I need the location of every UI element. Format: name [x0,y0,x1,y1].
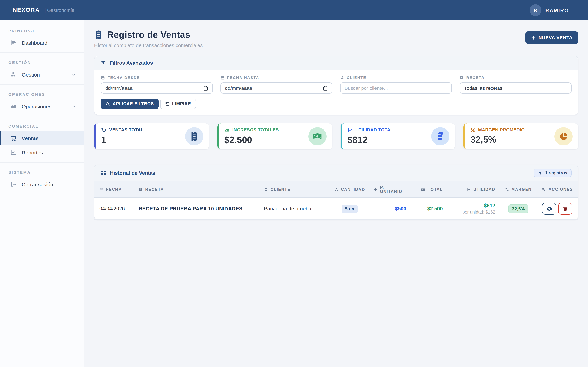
stat-label: INGRESOS TOTALES [232,128,279,133]
calendar-icon [221,75,225,80]
sidebar-item-gestion[interactable]: Gestión [0,67,84,82]
filters-title: Filtros Avanzados [110,60,153,66]
brand-name: NEXORA [13,7,40,14]
sales-table: FECHA RECETA CLIENTE CANTIDAD P. [95,181,578,219]
sidebar-section-principal: PRINCIPAL [0,24,84,36]
view-button[interactable] [542,203,556,215]
fecha-hasta-label: FECHA HASTA [227,75,259,80]
clear-filters-label: LIMPIAR [172,101,191,106]
stat-value: 32,5% [471,134,525,145]
pie-chart-icon [554,127,573,145]
chart-line-icon [10,149,17,156]
caret-down-icon [573,8,578,13]
search-icon [105,101,110,106]
user-icon [264,187,268,192]
avatar[interactable]: R [529,4,541,16]
col-receta[interactable]: RECETA [134,181,259,198]
filter-fecha-desde: FECHA DESDE dd/mm/aaaa [101,75,213,94]
sidebar-item-cerrar-sesion[interactable]: Cerrar sesión [0,177,84,191]
new-sale-button[interactable]: NUEVA VENTA [525,32,578,44]
sidebar-divider [0,162,84,163]
cell-cliente: Panaderia de prueba [259,198,331,219]
funnel-icon [101,60,106,66]
page-title: Registro de Ventas [107,29,190,40]
receipt-icon [185,127,203,145]
col-margen[interactable]: MARGEN [500,181,536,198]
calendar-icon [99,187,104,192]
col-p-unitario[interactable]: P. UNITARIO [369,181,411,198]
user-name: RAMIRO [545,7,569,13]
cell-total: $2.500 [411,198,448,219]
receta-label: RECETA [466,75,484,80]
cell-utilidad: $812 por unidad: $162 [448,198,500,219]
receta-select[interactable]: Todas las recetas [460,83,572,94]
book-icon [460,75,464,80]
records-count-badge[interactable]: 1 registros [534,169,571,177]
sidebar-divider [0,116,84,117]
boxes-icon [334,187,338,192]
col-utilidad[interactable]: UTILIDAD [448,181,500,198]
factory-icon [10,103,17,109]
table-header-bar: Historial de Ventas 1 registros [95,165,578,181]
sidebar-item-label: Operaciones [22,103,52,109]
sign-out-icon [10,181,17,187]
sidebar: PRINCIPAL Dashboard GESTIÓN Gestión OPER… [0,20,84,367]
filters-panel: Filtros Avanzados FECHA DESDE dd/mm/aaaa [94,56,578,115]
date-picker-icon[interactable] [322,85,328,91]
sidebar-divider [0,52,84,53]
cliente-search-input[interactable] [340,83,452,94]
cubes-icon [10,71,17,78]
stat-margen-promedio: MARGEN PROMEDIO 32,5% [464,123,578,149]
cell-receta: RECETA DE PRUEBA PARA 10 UNIDADES [134,198,259,219]
sidebar-item-label: Ventas [22,135,39,141]
col-acciones[interactable]: ACCIONES [536,181,578,198]
sidebar-divider [0,84,84,84]
fecha-desde-input[interactable]: dd/mm/aaaa [101,83,213,94]
sidebar-item-operaciones[interactable]: Operaciones [0,99,84,113]
fecha-hasta-input[interactable]: dd/mm/aaaa [221,83,332,94]
apply-filters-button[interactable]: APLICAR FILTROS [101,99,158,109]
stat-ingresos-totales: INGRESOS TOTALES $2.500 [217,123,332,149]
apply-filters-label: APLICAR FILTROS [113,101,154,106]
stat-label: UTILIDAD TOTAL [355,128,393,133]
sidebar-item-dashboard[interactable]: Dashboard [0,36,84,50]
col-total[interactable]: TOTAL [411,181,448,198]
trash-icon [562,206,568,212]
funnel-icon [538,171,543,175]
filter-receta: RECETA Todas las recetas [460,75,572,94]
plus-icon [531,35,536,40]
col-fecha[interactable]: FECHA [95,181,134,198]
col-cliente[interactable]: CLIENTE [259,181,331,198]
cliente-label: CLIENTE [347,75,366,80]
cell-fecha: 04/04/2026 [95,198,134,219]
table-row: 04/04/2026 RECETA DE PRUEBA PARA 10 UNID… [95,198,578,219]
brand: NEXORA | Gastronomía [13,7,75,14]
sidebar-item-ventas[interactable]: Ventas [0,131,84,145]
receipt-icon [94,30,103,40]
sidebar-section-sistema: SISTEMA [0,165,84,177]
col-cantidad[interactable]: CANTIDAD [331,181,369,198]
chevron-down-icon [70,72,77,77]
delete-button[interactable] [558,203,572,215]
cell-cantidad: 5 un [331,198,369,219]
book-icon [138,187,143,192]
brand-suffix: | Gastronomía [45,8,75,13]
stats-row: VENTAS TOTAL 1 INGRESOS TOTALES [94,123,578,149]
stat-utilidad-total: UTILIDAD TOTAL $812 [340,123,455,149]
clear-filters-button[interactable]: LIMPIAR [160,99,196,109]
date-picker-icon[interactable] [203,85,208,91]
sidebar-item-label: Dashboard [22,40,47,46]
stat-value: $812 [347,134,393,145]
cell-p-unitario: $500 [369,198,411,219]
gears-icon [541,187,546,192]
fecha-desde-label: FECHA DESDE [107,75,140,80]
sidebar-item-reportes[interactable]: Reportes [0,145,84,159]
filters-header: Filtros Avanzados [95,56,578,70]
stat-value: 1 [101,134,144,145]
per-unit-note: por unidad: $162 [453,210,495,215]
table-header-row: FECHA RECETA CLIENTE CANTIDAD P. [95,181,578,198]
page-header: Registro de Ventas Historial completo de… [94,29,578,48]
sidebar-section-comercial: COMERCIAL [0,119,84,131]
user-menu[interactable]: R RAMIRO [529,4,578,16]
user-icon [340,75,344,80]
